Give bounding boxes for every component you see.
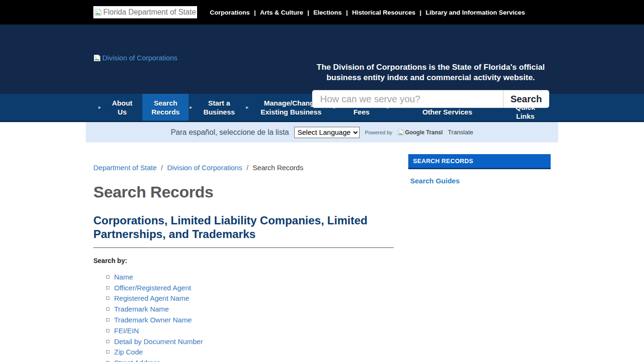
- main-column: Department of State / Division of Corpor…: [86, 142, 394, 362]
- breadcrumb-department-of-state[interactable]: Department of State: [93, 164, 157, 172]
- list-item: Registered Agent Name: [106, 293, 394, 304]
- page-title: Search Records: [93, 183, 394, 201]
- square-bullet-icon: [106, 318, 109, 321]
- topbar-nav: Corporations | Arts & Culture | Election…: [210, 9, 525, 16]
- separator: |: [420, 9, 421, 16]
- search-link-street-address[interactable]: Street Address: [114, 359, 160, 362]
- tagline-line-1: The Division of Corporations is the Stat…: [317, 63, 545, 72]
- sidebar: SEARCH RECORDS Search Guides: [408, 142, 551, 362]
- list-item: Detail by Document Number: [106, 336, 394, 347]
- search-link-detail-by-document-number[interactable]: Detail by Document Number: [114, 337, 203, 346]
- nav-chevron-right-icon: [190, 94, 192, 121]
- broken-image-icon: [93, 54, 101, 62]
- site-search-button[interactable]: Search: [503, 90, 549, 107]
- broken-image-icon: [397, 129, 404, 136]
- powered-by-label: Powered by: [365, 130, 392, 135]
- nav-chevron-right-icon: [246, 94, 249, 121]
- sidebar-header-search-records[interactable]: SEARCH RECORDS: [408, 154, 551, 169]
- top-black-bar: Florida Department of State Corporations…: [0, 0, 644, 25]
- search-link-fei-ein[interactable]: FEI/EIN: [114, 327, 139, 335]
- list-item: Zip Code: [106, 347, 394, 358]
- square-bullet-icon: [106, 275, 109, 279]
- division-of-corporations-logo-broken-image[interactable]: Division of Corporations: [93, 54, 177, 62]
- search-link-zip-code[interactable]: Zip Code: [114, 348, 143, 356]
- topbar-link-historical-resources[interactable]: Historical Resources: [352, 9, 415, 16]
- topbar-link-corporations[interactable]: Corporations: [210, 9, 250, 16]
- nav-item-start-a-business[interactable]: Start a Business: [193, 94, 245, 121]
- google-translate-broken-image: Google Transl: [397, 129, 443, 136]
- breadcrumb: Department of State / Division of Corpor…: [93, 164, 394, 172]
- sidebar-link-search-guides[interactable]: Search Guides: [410, 177, 460, 185]
- nav-item-about-us[interactable]: About Us: [102, 94, 142, 121]
- google-translate-alt-text: Google Transl: [405, 129, 443, 136]
- list-item: FEI/EIN: [106, 325, 394, 336]
- topbar-link-arts-culture[interactable]: Arts & Culture: [260, 9, 304, 16]
- breadcrumb-separator: /: [247, 164, 248, 172]
- search-link-trademark-name[interactable]: Trademark Name: [114, 305, 169, 313]
- header-banner: Division of Corporations The Division of…: [0, 25, 644, 94]
- division-logo-alt-text: Division of Corporations: [102, 54, 177, 62]
- search-link-registered-agent-name[interactable]: Registered Agent Name: [114, 294, 189, 302]
- square-bullet-icon: [106, 340, 109, 343]
- language-select[interactable]: Select Language: [294, 127, 360, 138]
- section-heading: Corporations, Limited Liability Companie…: [93, 214, 394, 248]
- square-bullet-icon: [106, 286, 109, 289]
- search-link-trademark-owner-name[interactable]: Trademark Owner Name: [114, 316, 192, 324]
- topbar-link-elections[interactable]: Elections: [314, 9, 342, 16]
- site-search-input[interactable]: [313, 90, 503, 107]
- search-link-name[interactable]: Name: [114, 273, 133, 281]
- breadcrumb-division-of-corporations[interactable]: Division of Corporations: [167, 164, 242, 172]
- broken-image-icon: [94, 8, 102, 16]
- search-by-label: Search by:: [93, 257, 394, 264]
- list-item: Trademark Name: [106, 304, 394, 314]
- square-bullet-icon: [106, 329, 109, 332]
- list-item: Name: [106, 272, 394, 282]
- florida-dos-logo-alt-text: Florida Department of State: [103, 8, 196, 16]
- list-item: Street Address: [106, 357, 394, 362]
- florida-dos-logo-broken-image[interactable]: Florida Department of State: [93, 6, 197, 18]
- search-by-list: Name Officer/Registered Agent Registered…: [93, 272, 394, 362]
- square-bullet-icon: [106, 296, 109, 300]
- separator: |: [254, 9, 256, 16]
- nav-chevron-right-icon: [99, 94, 101, 121]
- separator: |: [346, 9, 348, 16]
- language-prompt: Para español, seleccione de la lista: [171, 128, 289, 137]
- language-bar: Para español, seleccione de la lista Sel…: [86, 122, 558, 142]
- content-area: Department of State / Division of Corpor…: [86, 142, 558, 362]
- topbar-link-library-information-services[interactable]: Library and Information Services: [426, 9, 525, 16]
- site-tagline: The Division of Corporations is the Stat…: [312, 62, 549, 83]
- breadcrumb-separator: /: [161, 164, 163, 172]
- list-item: Officer/Registered Agent: [106, 282, 394, 293]
- square-bullet-icon: [106, 350, 109, 354]
- breadcrumb-current-page: Search Records: [253, 164, 304, 172]
- square-bullet-icon: [106, 307, 109, 311]
- search-link-officer-registered-agent[interactable]: Officer/Registered Agent: [114, 284, 191, 292]
- translate-label[interactable]: Translate: [448, 129, 473, 136]
- tagline-line-2: business entity index and commercial act…: [326, 73, 535, 82]
- site-search-box: Search: [312, 90, 549, 108]
- nav-item-search-records[interactable]: Search Records: [142, 94, 189, 121]
- separator: |: [307, 9, 309, 16]
- list-item: Trademark Owner Name: [106, 314, 394, 325]
